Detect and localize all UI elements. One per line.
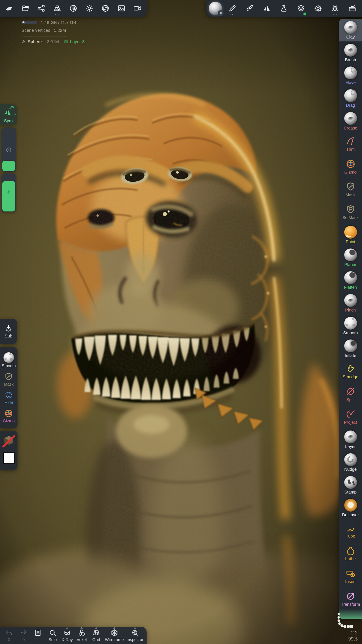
clay-tool-icon bbox=[344, 21, 357, 34]
bottom-label: X-Ray bbox=[61, 637, 73, 642]
background-button[interactable] bbox=[115, 1, 128, 16]
tool-dellayer[interactable]: DelLayer bbox=[339, 496, 362, 519]
stroke-button[interactable] bbox=[226, 1, 239, 16]
tool-inflate[interactable]: Inflate bbox=[339, 337, 362, 360]
tool-pinch[interactable]: Pinch bbox=[339, 292, 362, 314]
tool-label: Paint bbox=[346, 240, 355, 244]
tube-tool-icon bbox=[346, 523, 356, 533]
matcap-ball-button[interactable] bbox=[209, 1, 222, 16]
tool-gizmo[interactable]: Gizmo bbox=[339, 155, 362, 178]
tool-label: Split bbox=[346, 398, 354, 402]
undo-button[interactable]: 0 bbox=[3, 629, 15, 642]
tool-lathe[interactable]: Lathe bbox=[339, 542, 362, 565]
object-row[interactable]: Sphere · 2.01M · Layer 3 bbox=[22, 39, 85, 44]
tool-drag[interactable]: Drag bbox=[339, 87, 362, 110]
history-button[interactable]: ... bbox=[32, 629, 44, 642]
tool-move[interactable]: Move bbox=[339, 64, 362, 87]
quick-smooth-button[interactable]: Smooth bbox=[2, 352, 16, 368]
tool-smudge[interactable]: Smudge bbox=[339, 360, 362, 383]
brush-stats: 2.2 99% bbox=[348, 630, 358, 642]
quick-gizmo-button[interactable]: Gizmo bbox=[3, 409, 15, 423]
tool-split[interactable]: Split bbox=[339, 383, 362, 405]
debug-button[interactable] bbox=[328, 1, 342, 16]
plugins-button[interactable] bbox=[346, 1, 359, 16]
project-tool-icon bbox=[346, 409, 356, 419]
tool-label: Lathe bbox=[345, 557, 356, 561]
tool-smooth[interactable]: Smooth bbox=[339, 314, 362, 337]
layers-button[interactable] bbox=[294, 1, 308, 16]
lighting-button[interactable] bbox=[83, 1, 96, 16]
divider bbox=[22, 36, 66, 36]
tool-selmask[interactable]: SelMask bbox=[339, 201, 362, 223]
radius-value: 2.2 bbox=[348, 630, 358, 636]
intensity-slider[interactable] bbox=[1, 174, 16, 212]
painting-button[interactable] bbox=[243, 1, 256, 16]
intensity-bolt-icon bbox=[6, 189, 12, 195]
tool-tube[interactable]: Tube bbox=[339, 519, 362, 542]
tool-flatten[interactable]: Flatten bbox=[339, 269, 362, 292]
dellayer-tool-icon bbox=[344, 499, 357, 512]
subdivision-button[interactable]: Sub bbox=[0, 319, 17, 344]
tool-brush[interactable]: Brush bbox=[339, 41, 362, 64]
bottom-label: 0 bbox=[22, 637, 25, 642]
postprocess-button[interactable] bbox=[99, 1, 112, 16]
tool-trim[interactable]: Trim bbox=[339, 132, 362, 155]
scene-button[interactable] bbox=[51, 1, 64, 16]
grid-button[interactable]: Grid bbox=[90, 629, 102, 642]
material-disabled-icon[interactable] bbox=[2, 434, 15, 448]
wireframe-button[interactable]: Wireframe bbox=[105, 629, 124, 642]
tool-clay[interactable]: Clay bbox=[339, 19, 362, 41]
smooth-icon bbox=[3, 352, 14, 363]
material-button[interactable] bbox=[67, 1, 80, 16]
lathe-tool-icon bbox=[346, 546, 356, 556]
tool-stamp[interactable]: Stamp bbox=[339, 474, 362, 496]
mask-icon bbox=[4, 372, 13, 381]
tool-label: Inflate bbox=[345, 354, 356, 358]
tool-planar[interactable]: Planar bbox=[339, 246, 362, 269]
memory-text: 1.48 GB / 11.7 GB bbox=[41, 20, 76, 25]
subdivide-icon bbox=[5, 324, 12, 332]
bottom-label: Solo bbox=[48, 637, 57, 642]
tool-label: SelMask bbox=[342, 216, 359, 220]
app-logo-button[interactable] bbox=[3, 1, 16, 16]
inspector-button[interactable]: Inspector bbox=[126, 629, 143, 642]
symmetry-toggle-button[interactable]: L/W Sym bbox=[0, 104, 17, 125]
gizmo-tool-icon bbox=[346, 159, 356, 169]
quick-hide-button[interactable]: Hide bbox=[4, 391, 13, 405]
radius-slider[interactable] bbox=[1, 127, 16, 172]
tool-label: Mask bbox=[345, 193, 356, 197]
layer-icon bbox=[64, 39, 68, 44]
bottom-label: Grid bbox=[92, 637, 100, 642]
tool-label: Tube bbox=[346, 534, 355, 538]
tool-nudge[interactable]: Nudge bbox=[339, 451, 362, 474]
tool-project[interactable]: Project bbox=[339, 405, 362, 428]
symmetry-button[interactable] bbox=[260, 1, 273, 16]
tool-insert[interactable]: Insert bbox=[339, 565, 362, 587]
stroke-falloff-indicator bbox=[335, 605, 359, 630]
tool-label: Smudge bbox=[342, 375, 358, 379]
toolbar-top-left bbox=[0, 0, 147, 17]
color-swatch[interactable] bbox=[3, 452, 15, 464]
solo-button[interactable]: Solo bbox=[47, 629, 59, 642]
files-button[interactable] bbox=[19, 1, 32, 16]
tool-layer[interactable]: Layer bbox=[339, 428, 362, 451]
tool-label: Crease bbox=[344, 126, 357, 130]
vertices-text: Scene vertices: 5.22M bbox=[22, 28, 85, 33]
tool-paint[interactable]: Paint bbox=[339, 223, 362, 246]
mesh-icon bbox=[22, 39, 26, 44]
viewport-canvas[interactable] bbox=[0, 0, 362, 644]
settings-button[interactable] bbox=[311, 1, 325, 16]
radius-slider-fill bbox=[2, 161, 15, 171]
tool-label: Brush bbox=[345, 58, 356, 62]
tool-crease[interactable]: Crease bbox=[339, 110, 362, 132]
voxel-button[interactable]: Voxel bbox=[76, 629, 87, 642]
tool-mask[interactable]: Mask bbox=[339, 178, 362, 201]
topology-button[interactable] bbox=[277, 1, 291, 16]
bottom-label: Inspector bbox=[126, 637, 143, 642]
move-tool-icon bbox=[344, 66, 357, 79]
export-button[interactable] bbox=[35, 1, 48, 16]
redo-button[interactable]: 0 bbox=[18, 629, 29, 642]
xray-button[interactable]: X-Ray bbox=[61, 629, 73, 642]
quick-mask-button[interactable]: Mask bbox=[4, 372, 13, 386]
camera-button[interactable] bbox=[131, 1, 144, 16]
